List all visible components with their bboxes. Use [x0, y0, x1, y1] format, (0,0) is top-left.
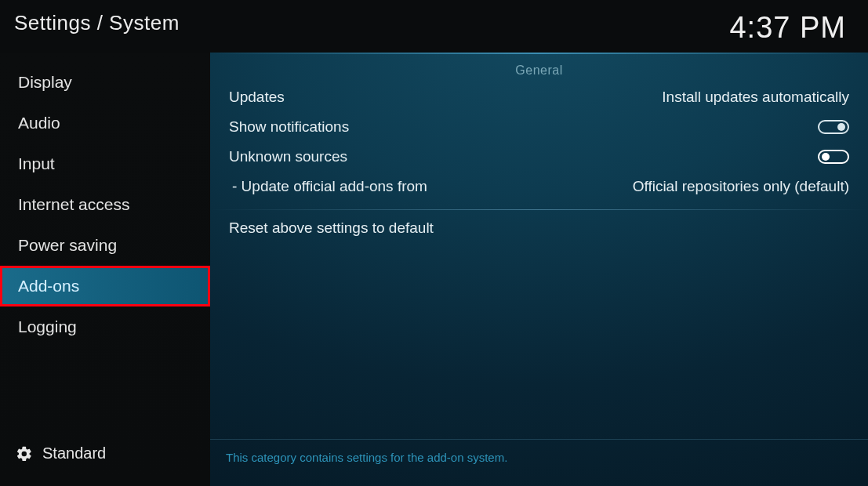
sidebar-item-display[interactable]: Display	[0, 62, 210, 103]
clock: 4:37 PM	[729, 11, 846, 45]
setting-value: Official repositories only (default)	[633, 178, 849, 195]
setting-label: Show notifications	[229, 118, 349, 136]
settings-level-label: Standard	[42, 444, 106, 462]
sidebar-item-input[interactable]: Input	[0, 143, 210, 184]
setting-reset-defaults[interactable]: Reset above settings to default	[210, 213, 868, 243]
toggle-off-icon	[818, 120, 849, 134]
gear-icon	[16, 445, 33, 462]
sidebar-item-audio[interactable]: Audio	[0, 103, 210, 143]
setting-label: - Update official add-ons from	[229, 178, 427, 195]
toggle-on-icon	[818, 150, 849, 164]
setting-update-official-addons-from[interactable]: - Update official add-ons from Official …	[210, 172, 868, 201]
setting-show-notifications[interactable]: Show notifications	[210, 112, 868, 142]
sidebar: Display Audio Input Internet access Powe…	[0, 53, 210, 486]
group-header-general: General	[210, 53, 868, 82]
setting-updates[interactable]: Updates Install updates automatically	[210, 82, 868, 112]
sidebar-item-internet-access[interactable]: Internet access	[0, 184, 210, 225]
sidebar-item-add-ons[interactable]: Add-ons	[0, 266, 210, 306]
setting-unknown-sources[interactable]: Unknown sources	[210, 142, 868, 172]
category-description: This category contains settings for the …	[210, 439, 868, 486]
divider	[210, 209, 868, 210]
breadcrumb: Settings / System	[14, 11, 180, 35]
setting-label: Unknown sources	[229, 148, 347, 165]
setting-value: Install updates automatically	[662, 89, 849, 106]
sidebar-item-power-saving[interactable]: Power saving	[0, 225, 210, 266]
main-area: Display Audio Input Internet access Powe…	[0, 53, 868, 486]
sidebar-nav: Display Audio Input Internet access Powe…	[0, 62, 210, 347]
settings-list: Updates Install updates automatically Sh…	[210, 82, 868, 206]
content-pane: General Updates Install updates automati…	[210, 53, 868, 486]
sidebar-item-logging[interactable]: Logging	[0, 306, 210, 347]
settings-level-button[interactable]: Standard	[0, 430, 210, 486]
setting-label: Reset above settings to default	[229, 219, 434, 237]
app-header: Settings / System 4:37 PM	[0, 0, 868, 53]
setting-label: Updates	[229, 89, 285, 106]
